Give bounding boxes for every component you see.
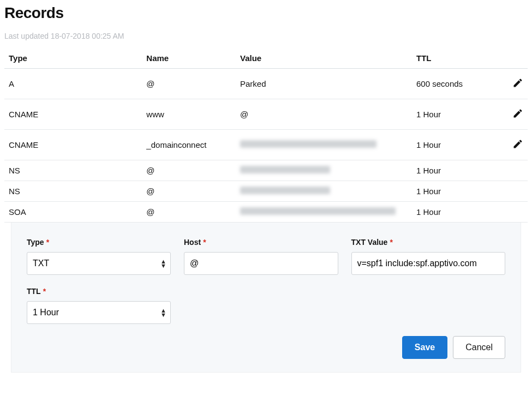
- cell-ttl: 1 Hour: [412, 181, 494, 202]
- cell-value: @: [236, 99, 412, 130]
- redacted-value: [240, 140, 376, 148]
- cell-type: NS: [4, 160, 142, 181]
- last-updated: Last updated 18-07-2018 00:25 AM: [4, 32, 528, 40]
- add-record-form: Type* ▲▼ Host* TXT Value* TTL* ▲▼ Save C…: [11, 223, 521, 373]
- records-table: Type Name Value TTL A@Parked600 secondsC…: [4, 48, 528, 223]
- cell-ttl: 1 Hour: [412, 130, 494, 160]
- col-header-type: Type: [4, 48, 142, 69]
- label-ttl: TTL*: [27, 287, 171, 296]
- cell-name: @: [142, 181, 236, 202]
- redacted-value: [240, 207, 396, 215]
- cell-value: [236, 202, 412, 223]
- host-input[interactable]: [184, 252, 338, 275]
- cell-type: NS: [4, 181, 142, 202]
- redacted-value: [240, 187, 330, 194]
- col-header-value: Value: [236, 48, 412, 69]
- col-header-ttl: TTL: [412, 48, 494, 69]
- table-row: SOA@1 Hour: [4, 202, 528, 223]
- label-txt-value: TXT Value*: [351, 238, 506, 247]
- cell-name: @: [142, 160, 236, 181]
- edit-icon[interactable]: [512, 111, 523, 121]
- table-row: CNAMEwww@1 Hour: [4, 99, 528, 130]
- cell-value: [236, 160, 412, 181]
- edit-icon[interactable]: [512, 81, 523, 90]
- cell-type: CNAME: [4, 99, 142, 130]
- redacted-value: [240, 166, 330, 173]
- cell-value: Parked: [236, 69, 412, 99]
- cell-name: @: [142, 69, 236, 99]
- cell-ttl: 1 Hour: [412, 160, 494, 181]
- col-header-name: Name: [142, 48, 236, 69]
- type-select[interactable]: [27, 252, 171, 275]
- cell-ttl: 1 Hour: [412, 99, 494, 130]
- table-row: A@Parked600 seconds: [4, 69, 528, 99]
- ttl-select[interactable]: [27, 301, 171, 324]
- cell-value: [236, 181, 412, 202]
- edit-icon[interactable]: [512, 142, 523, 151]
- cell-type: A: [4, 69, 142, 99]
- table-row: NS@1 Hour: [4, 160, 528, 181]
- cell-type: SOA: [4, 202, 142, 223]
- cell-name: @: [142, 202, 236, 223]
- label-host: Host*: [184, 238, 338, 247]
- txt-value-input[interactable]: [351, 252, 506, 275]
- cancel-button[interactable]: Cancel: [453, 336, 505, 359]
- cell-ttl: 1 Hour: [412, 202, 494, 223]
- save-button[interactable]: Save: [402, 336, 447, 359]
- cell-name: www: [142, 99, 236, 130]
- cell-value: [236, 130, 412, 160]
- label-type: Type*: [27, 238, 171, 247]
- table-row: NS@1 Hour: [4, 181, 528, 202]
- cell-name: _domainconnect: [142, 130, 236, 160]
- cell-ttl: 600 seconds: [412, 69, 494, 99]
- table-row: CNAME_domainconnect1 Hour: [4, 130, 528, 160]
- cell-type: CNAME: [4, 130, 142, 160]
- page-title: Records: [4, 4, 528, 22]
